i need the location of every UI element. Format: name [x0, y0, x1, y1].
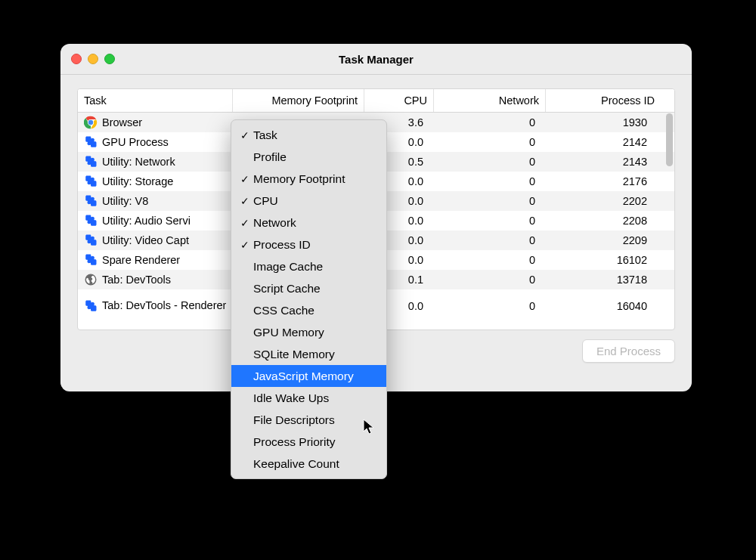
task-name: Utility: Audio Servi: [102, 215, 191, 227]
column-header-pid[interactable]: Process ID: [546, 89, 661, 112]
network-cell: 0: [434, 191, 546, 211]
menu-item-label: CPU: [253, 194, 278, 208]
menu-item[interactable]: ✓Task: [231, 124, 386, 146]
check-icon: ✓: [239, 217, 250, 229]
table-header: Task Memory Footprint CPU Network Proces…: [78, 89, 674, 113]
pid-cell: 2143: [546, 152, 661, 172]
task-name: Utility: Storage: [102, 175, 173, 187]
menu-item-label: JavaScript Memory: [253, 370, 354, 383]
task-name: Tab: DevTools: [102, 274, 171, 286]
menu-item[interactable]: JavaScript Memory: [231, 365, 386, 387]
network-cell: 0: [434, 289, 546, 323]
network-cell: 0: [434, 172, 546, 191]
menu-item[interactable]: Idle Wake Ups: [231, 387, 386, 409]
task-name: Utility: Network: [102, 156, 175, 168]
menu-item-label: CSS Cache: [253, 304, 314, 317]
network-cell: 0: [434, 211, 546, 230]
menu-item-label: Idle Wake Ups: [253, 391, 329, 405]
task-name: Spare Renderer: [102, 254, 180, 266]
network-cell: 0: [434, 250, 546, 270]
menu-item-label: GPU Memory: [253, 326, 324, 339]
pid-cell: 13718: [546, 270, 661, 289]
column-context-menu[interactable]: ✓TaskProfile✓Memory Footprint✓CPU✓Networ…: [231, 119, 387, 479]
task-name: GPU Process: [102, 136, 169, 148]
menu-item[interactable]: GPU Memory: [231, 321, 386, 343]
window-title: Task Manager: [60, 53, 692, 66]
menu-item-label: File Descriptors: [253, 413, 335, 427]
menu-item-label: Script Cache: [253, 282, 321, 295]
check-icon: ✓: [239, 173, 250, 185]
pid-cell: 2142: [546, 132, 661, 152]
menu-item[interactable]: ✓Process ID: [231, 234, 386, 255]
puzzle-icon: [84, 214, 98, 227]
task-name: Tab: DevTools - Renderer: [102, 299, 226, 312]
globe-icon: [84, 273, 98, 286]
network-cell: 0: [434, 270, 546, 289]
column-header-memory[interactable]: Memory Footprint: [233, 89, 364, 112]
pid-cell: 1930: [546, 113, 661, 132]
puzzle-icon: [84, 234, 98, 247]
task-name: Utility: Video Capt: [102, 234, 189, 246]
menu-item[interactable]: Image Cache: [231, 255, 386, 277]
column-header-task[interactable]: Task: [78, 89, 233, 112]
menu-item[interactable]: ✓Memory Footprint: [231, 168, 386, 190]
puzzle-icon: [84, 135, 98, 149]
titlebar: Task Manager: [60, 44, 692, 75]
menu-item-label: Process Priority: [253, 435, 336, 449]
pid-cell: 2209: [546, 230, 661, 250]
menu-item-label: Process ID: [253, 238, 311, 252]
table-scrollbar[interactable]: [666, 113, 673, 166]
menu-item[interactable]: ✓Network: [231, 212, 386, 234]
check-icon: ✓: [239, 239, 250, 251]
menu-item-label: Network: [253, 216, 296, 230]
menu-item-label: Memory Footprint: [253, 172, 345, 186]
pid-cell: 2208: [546, 211, 661, 230]
check-icon: ✓: [239, 195, 250, 207]
task-name: Browser: [102, 116, 142, 128]
puzzle-icon: [84, 175, 98, 188]
pid-cell: 2202: [546, 191, 661, 211]
network-cell: 0: [434, 132, 546, 152]
menu-item[interactable]: Keepalive Count: [231, 453, 386, 475]
menu-item[interactable]: Process Priority: [231, 431, 386, 453]
pid-cell: 2176: [546, 172, 661, 191]
menu-item[interactable]: CSS Cache: [231, 299, 386, 321]
menu-item-label: Image Cache: [253, 260, 323, 274]
menu-item-label: Task: [253, 128, 277, 142]
puzzle-icon: [84, 299, 98, 313]
menu-item[interactable]: Profile: [231, 146, 386, 168]
menu-item[interactable]: Script Cache: [231, 277, 386, 299]
network-cell: 0: [434, 113, 546, 132]
puzzle-icon: [84, 253, 98, 267]
network-cell: 0: [434, 230, 546, 250]
menu-item-label: Keepalive Count: [253, 457, 339, 471]
check-icon: ✓: [239, 129, 250, 141]
pid-cell: 16040: [546, 289, 661, 323]
column-header-cpu[interactable]: CPU: [364, 89, 434, 112]
chrome-icon: [84, 116, 98, 129]
menu-item-label: Profile: [253, 150, 287, 164]
menu-item[interactable]: ✓CPU: [231, 190, 386, 212]
menu-item[interactable]: SQLite Memory: [231, 343, 386, 365]
network-cell: 0: [434, 152, 546, 172]
pid-cell: 16102: [546, 250, 661, 270]
puzzle-icon: [84, 155, 98, 169]
end-process-button[interactable]: End Process: [582, 339, 675, 363]
column-header-network[interactable]: Network: [434, 89, 546, 112]
menu-item[interactable]: File Descriptors: [231, 409, 386, 431]
menu-item-label: SQLite Memory: [253, 348, 335, 361]
puzzle-icon: [84, 194, 98, 208]
task-name: Utility: V8: [102, 195, 148, 207]
